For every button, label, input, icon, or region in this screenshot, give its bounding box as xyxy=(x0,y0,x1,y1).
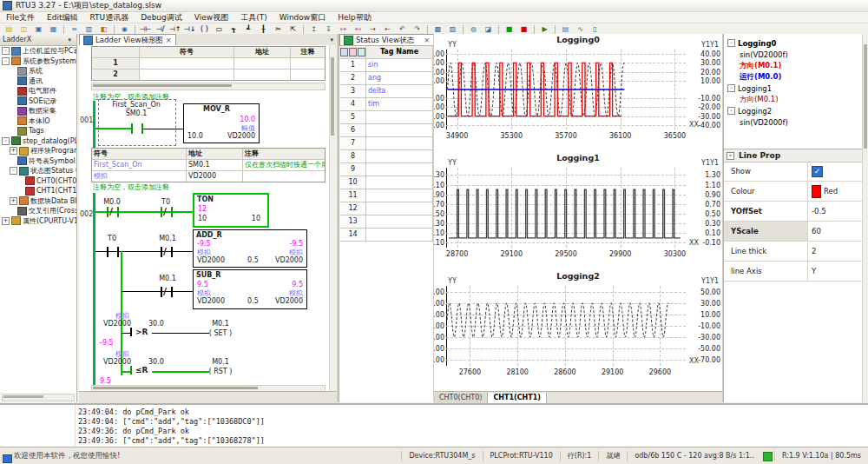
sub-r-box[interactable]: SUB_R 9.5 9.5 模拟 模拟 VD2000 0.5 VD2000 xyxy=(193,269,307,309)
editor-hscrollbar-top[interactable] xyxy=(91,83,326,90)
contact-t0-no[interactable] xyxy=(107,247,119,257)
compare-contact-gt[interactable]: >R xyxy=(130,328,148,336)
monitor-icon[interactable] xyxy=(340,48,348,56)
line-prop-header[interactable]: - Line Prop xyxy=(724,149,863,162)
contact-m01-nc[interactable] xyxy=(161,287,173,297)
mov-r-box[interactable]: MOV_R 10.0 幅值 10.0 VD2000 xyxy=(183,103,260,143)
ton-box[interactable]: TON 12 10 10 xyxy=(193,193,269,228)
sidebar-item[interactable]: 数据采集 xyxy=(0,106,76,116)
logger-tree-item[interactable]: -Logging1 xyxy=(726,83,861,94)
sidebar-item[interactable]: CHT0(CHT0) xyxy=(0,176,76,187)
sidebar-item[interactable]: SOE记录 xyxy=(0,96,76,107)
menu-6[interactable]: Window窗口 xyxy=(273,12,332,23)
sidebar-item[interactable]: -step_datalog(PLC.. xyxy=(0,136,76,147)
logger-tree-item[interactable]: 方向(M0.1) xyxy=(726,94,861,105)
status-table-row[interactable]: 6 xyxy=(340,124,433,137)
menu-2[interactable]: RTU通讯器 xyxy=(84,12,135,23)
logger-tree-item[interactable]: -Logging2 xyxy=(726,105,861,116)
sidebar-item[interactable]: +数据块Data Blo.. xyxy=(0,196,76,207)
logger-tree-item[interactable]: sin(VD2000f) xyxy=(726,49,861,60)
status-table-row[interactable]: 8 xyxy=(340,150,433,163)
sidebar-item[interactable]: 通讯 xyxy=(0,76,76,87)
contact-t0-nc[interactable] xyxy=(161,207,173,217)
checkbox-checked-icon[interactable]: ✓ xyxy=(812,166,823,177)
tab-status-view[interactable]: Status View状态表 × xyxy=(339,34,434,45)
symbol-grid-row[interactable]: 2 xyxy=(92,70,325,80)
menu-1[interactable]: Edit编辑 xyxy=(41,12,83,23)
sidebar-item[interactable]: +程序块Program.. xyxy=(0,146,76,156)
sidebar-item[interactable]: +属性(CPURTU-V10.. xyxy=(0,216,76,227)
plot-area[interactable] xyxy=(446,286,686,366)
prop-value[interactable]: ✓ xyxy=(808,162,863,181)
expander-icon[interactable]: - xyxy=(727,39,735,47)
menu-0[interactable]: File文件 xyxy=(0,12,41,23)
sidebar-item[interactable]: 符号表Symbol xyxy=(0,156,76,167)
expander-icon[interactable]: - xyxy=(727,107,735,115)
status-table-row[interactable]: 9 xyxy=(340,163,433,176)
table-row[interactable]: 模拟 VD2000 xyxy=(92,171,325,182)
status-table-row[interactable]: 3delta xyxy=(340,85,433,98)
project-tree-hscrollbar[interactable] xyxy=(2,394,75,401)
menu-3[interactable]: Debug调试 xyxy=(135,12,188,23)
expander-icon[interactable]: + xyxy=(2,217,10,225)
prop-value[interactable]: 2 xyxy=(808,242,863,261)
prop-row-line Axis[interactable]: line AxisY xyxy=(724,262,863,282)
rightpanel-scrollbar[interactable] xyxy=(862,34,868,402)
sidebar-item[interactable]: Tags xyxy=(0,126,76,136)
table-row[interactable]: First_Scan_On SM0.1 仅在首次扫描时接通一个周期 xyxy=(92,160,325,171)
sidebar-item[interactable]: CHT1(CHT1) xyxy=(0,186,76,196)
tab-CHT1(CHT1)[interactable]: CHT1(CHT1) xyxy=(488,393,547,403)
prop-value[interactable]: 60 xyxy=(808,222,863,241)
prop-row-Show[interactable]: Show✓ xyxy=(724,162,863,182)
contact-m00-nc[interactable] xyxy=(107,207,119,217)
tag-name-cell[interactable] xyxy=(366,229,433,241)
editor-vscrollbar[interactable] xyxy=(329,45,336,391)
menu-7[interactable]: Help帮助 xyxy=(332,12,378,23)
prop-value[interactable]: Y xyxy=(808,262,863,281)
status-table-row[interactable]: 10 xyxy=(340,176,433,189)
symbol-grid-row[interactable]: 1 xyxy=(92,58,325,70)
close-icon[interactable]: × xyxy=(166,35,172,45)
logger-tree-item[interactable]: 方向(M0.1) xyxy=(726,60,861,71)
editor-hscrollbar-bottom[interactable] xyxy=(91,385,326,391)
logger-tree-item[interactable]: 运行(M0.0) xyxy=(726,71,861,83)
expander-icon[interactable]: - xyxy=(2,47,10,55)
prop-row-YScale[interactable]: YScale60 xyxy=(724,222,863,242)
sidebar-item[interactable]: -系统参数System Bl.. xyxy=(0,56,76,67)
network2-comment[interactable]: 注释为空，双击添加注释 xyxy=(93,182,169,192)
chevron-down-icon[interactable]: ▾ xyxy=(65,36,74,43)
tag-name-cell[interactable] xyxy=(366,189,433,202)
status-table-row[interactable]: 11 xyxy=(340,189,433,202)
prop-row-Colour[interactable]: ColourRed xyxy=(724,182,863,202)
collapse-icon[interactable]: - xyxy=(727,152,734,160)
prop-value[interactable]: Red xyxy=(808,182,863,201)
expander-icon[interactable]: - xyxy=(10,167,17,175)
expander-icon[interactable]: + xyxy=(10,147,17,155)
tab-CHT0(CHT0)[interactable]: CHT0(CHT0) xyxy=(434,393,488,403)
logger-tree-item[interactable]: sin(VD2000f) xyxy=(726,116,861,128)
prop-row-Line thick[interactable]: Line thick2 xyxy=(724,242,863,262)
sidebar-item[interactable]: 交叉引用(Cross.. xyxy=(0,206,76,216)
status-table-row[interactable]: 1sin xyxy=(340,59,433,72)
tag-name-cell[interactable] xyxy=(366,202,433,215)
record-icon[interactable] xyxy=(349,48,357,56)
sidebar-item[interactable]: 本体IO xyxy=(0,116,76,127)
tag-name-cell[interactable] xyxy=(366,150,433,162)
tag-name-cell[interactable]: tim xyxy=(366,98,433,110)
project-tree-header[interactable]: LadderX ▾ xyxy=(0,34,76,46)
chevron-down-icon[interactable]: ▾ xyxy=(327,36,336,43)
expander-icon[interactable]: - xyxy=(2,137,10,145)
status-table-row[interactable]: 2ang xyxy=(340,72,433,85)
add-r-box[interactable]: ADD_R -9.5 -9.5 模拟 模拟 VD2000 0.5 VD2000 xyxy=(193,229,307,268)
ladder-canvas[interactable]: 符号 地址 注释 1 2 注释为空，双击添加注释 001 First_Scan xyxy=(79,45,336,391)
contact-first-scan-on[interactable] xyxy=(131,123,143,134)
contact-m01-nc[interactable] xyxy=(161,247,173,257)
expander-icon[interactable]: - xyxy=(2,57,10,65)
chart-Logging1[interactable]: Logging1YYY1Y1XX1.301.301.101.100.900.90… xyxy=(434,152,722,270)
status-table-row[interactable]: 12 xyxy=(340,202,433,215)
menu-4[interactable]: View视图 xyxy=(188,12,234,23)
compare-contact-le[interactable]: ≤R xyxy=(130,366,148,375)
coil-rst[interactable]: ( RST ) xyxy=(201,368,240,375)
expander-icon[interactable]: - xyxy=(727,84,735,92)
prop-row-YOffSet[interactable]: YOffSet-0.5 xyxy=(724,202,863,222)
